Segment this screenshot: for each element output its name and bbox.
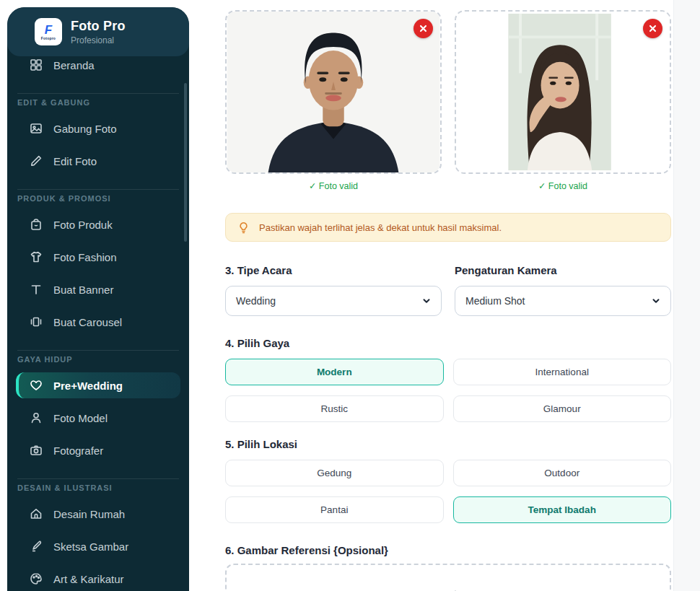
sidebar-item-pre-wedding[interactable]: Pre+Wedding [16,372,180,398]
sidebar-item-label: Beranda [53,59,95,71]
brush-icon [29,539,43,553]
chevron-down-icon [421,296,432,306]
sidebar-item-label: Pre+Wedding [53,380,123,392]
tipe-acara-heading: 3. Tipe Acara [225,264,442,276]
image-icon [29,121,43,136]
pengaturan-kamera-heading: Pengaturan Kamera [455,264,671,276]
sidebar-item-desain-rumah[interactable]: Desain Rumah [16,501,180,527]
lokasi-option-outdoor[interactable]: Outdoor [453,460,672,486]
section-produk-promosi: PRODUK & PROMOSI [17,189,179,203]
lokasi-option-pantai[interactable]: Pantai [225,496,444,523]
sidebar-item-label: Foto Model [53,412,108,424]
sidebar-scrollbar[interactable] [184,83,187,242]
gaya-option-modern[interactable]: Modern [225,359,444,385]
sidebar-nav: Beranda EDIT & GABUNG Gabung Foto Edit F… [7,7,189,591]
lokasi-option-gedung[interactable]: Gedung [225,460,444,486]
gaya-option-rustic[interactable]: Rustic [225,395,444,422]
bride-photo [456,12,670,172]
gaya-options: Modern International Rustic Glamour [225,359,671,422]
sidebar-item-label: Edit Foto [53,155,97,167]
sidebar-item-label: Art & Karikatur [53,573,124,585]
gaya-option-glamour[interactable]: Glamour [453,395,672,422]
sidebar: Beranda EDIT & GABUNG Gabung Foto Edit F… [7,7,189,591]
logo-glyph: F [45,24,52,36]
section-edit-gabung: EDIT & GABUNG [17,93,179,107]
sidebar-item-label: Foto Fashion [53,251,117,263]
gambar-referensi-heading: 6. Gambar Referensi {Opsional} [225,544,671,556]
pengaturan-kamera-value: Medium Shot [465,295,525,307]
photo-upload-slot-2 [455,10,671,174]
tip-text: Pastikan wajah terlihat jelas & dekat un… [259,222,502,233]
gaya-option-international[interactable]: International [453,359,672,385]
lokasi-options: Gedung Outdoor Pantai Tempat Ibadah [225,460,671,523]
sidebar-item-label: Buat Carousel [53,316,122,328]
section-gaya-hidup: GAYA HIDUP [17,350,179,364]
chevron-down-icon [651,296,661,306]
app-subtitle: Profesional [71,35,126,45]
sidebar-item-label: Fotografer [53,445,103,457]
divider [17,189,179,190]
page-scrollbar-track[interactable] [673,0,700,591]
app-title: Foto Pro [71,19,126,34]
divider [17,350,179,351]
photo-1-valid-status: ✓ Foto valid [225,180,442,191]
tshirt-icon [29,250,43,264]
section-label: GAYA HIDUP [17,355,179,364]
tipe-acara-value: Wedding [236,295,276,307]
logo-badge-text: Fotopro [41,36,56,40]
carousel-icon [29,315,43,329]
photo-2-valid-status: ✓ Foto valid [455,180,671,191]
sidebar-item-gabung-foto[interactable]: Gabung Foto [16,115,180,141]
section-label: EDIT & GABUNG [17,98,179,107]
home-icon [29,507,43,521]
sidebar-item-sketsa-gambar[interactable]: Sketsa Gambar [16,533,180,559]
groom-photo [227,12,440,172]
sidebar-item-label: Buat Banner [53,284,113,296]
tip-banner: Pastikan wajah terlihat jelas & dekat un… [225,213,671,242]
divider [17,478,179,479]
app-logo: F Fotopro [35,18,62,45]
sidebar-header: F Fotopro Foto Pro Profesional [7,7,189,56]
pengaturan-kamera-select[interactable]: Medium Shot [455,286,671,316]
reference-upload-dropzone[interactable] [225,564,671,591]
close-icon [419,24,428,33]
section-label: DESAIN & ILUSTRASI [17,483,179,492]
remove-photo-1-button[interactable] [414,19,433,38]
grid-icon [29,58,43,72]
sidebar-item-label: Foto Produk [53,219,113,231]
section-desain-ilustrasi: DESAIN & ILUSTRASI [17,478,179,492]
palette-icon [29,572,43,586]
sidebar-item-edit-foto[interactable]: Edit Foto [16,148,180,174]
sidebar-item-fotografer[interactable]: Fotografer [16,437,180,463]
pencil-icon [29,154,43,168]
sidebar-item-art-karikatur[interactable]: Art & Karikatur [16,566,180,591]
sidebar-item-label: Sketsa Gambar [53,540,128,553]
close-icon [648,24,657,33]
remove-photo-2-button[interactable] [643,19,662,38]
camera-icon [29,443,43,458]
tipe-acara-select[interactable]: Wedding [225,286,442,316]
photo-upload-slot-1 [225,10,442,174]
sidebar-item-label: Desain Rumah [53,508,125,520]
user-icon [29,411,43,425]
divider [17,93,179,94]
lokasi-option-tempat-ibadah[interactable]: Tempat Ibadah [453,496,672,523]
sidebar-item-label: Gabung Foto [53,123,117,135]
type-icon [29,282,43,297]
sidebar-item-foto-model[interactable]: Foto Model [16,405,180,431]
uploaded-photos [225,10,671,174]
main-content: ✓ Foto valid ✓ Foto valid Pastikan wajah… [225,0,671,591]
shopping-bag-icon [29,217,43,232]
heart-icon [29,378,43,393]
pilih-lokasi-heading: 5. Pilih Lokasi [225,438,671,450]
sidebar-item-foto-produk[interactable]: Foto Produk [16,211,180,237]
sidebar-item-buat-banner[interactable]: Buat Banner [16,276,180,302]
lightbulb-icon [237,221,250,235]
sidebar-item-foto-fashion[interactable]: Foto Fashion [16,244,180,270]
pilih-gaya-heading: 4. Pilih Gaya [225,337,671,349]
sidebar-item-buat-carousel[interactable]: Buat Carousel [16,309,180,335]
section-label: PRODUK & PROMOSI [17,194,179,203]
